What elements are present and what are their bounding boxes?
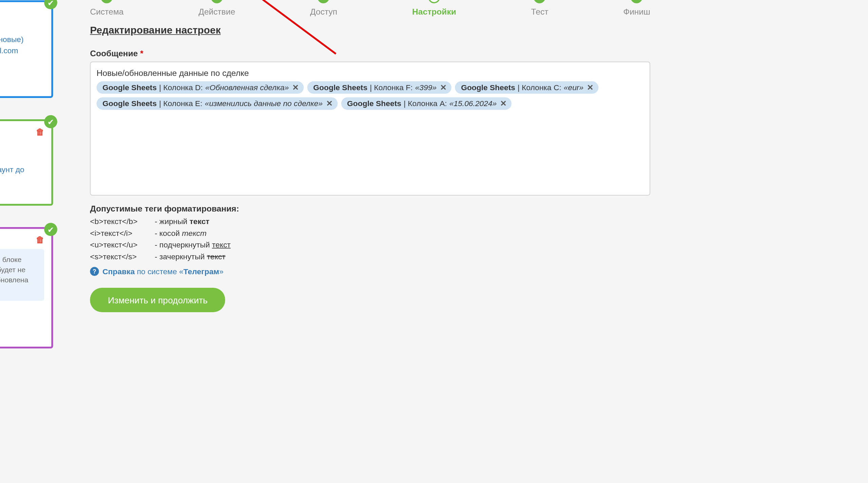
block-source: ✔ 1ИСТОЧНИК ДАННЫХ СистемаGoogle SheetsД…: [0, 0, 53, 98]
block-row: СистемаActiveCampaign: [0, 141, 44, 153]
block-row: Настройкиизменить настройки: [0, 56, 44, 67]
tag-row: <u>текст</u> - подчеркнутый текст: [90, 239, 650, 250]
delete-icon[interactable]: 🗑: [36, 127, 44, 137]
block-row: Настройкиизменить настройки: [0, 318, 44, 329]
block-row-link[interactable]: ActiveCampaign (аккаунт до: [0, 165, 24, 174]
block-row: Фильтризменить фильтр: [0, 67, 44, 79]
block-row: ДействиеЕсли: [0, 307, 44, 318]
connection-blocks-column: GOOGLE SHEETS -> (activecampaign, logic,…: [0, 0, 53, 370]
tags-heading: Допустимые теги форматирования:: [90, 204, 650, 213]
main-settings-panel: ✔Система✔Действие✔ДоступНастройки✔Тест✔Ф…: [53, 0, 681, 370]
block-logic: ✔ 3ЛОГИКА ЕСЛИ/ТО🗑 Данное условие сработ…: [0, 227, 53, 349]
variable-chip[interactable]: Google Sheets | Колонка D: «Обновленная …: [97, 81, 304, 94]
step-dot: [428, 0, 440, 3]
submit-button[interactable]: Изменить и продолжить: [90, 288, 225, 312]
step-Финиш[interactable]: ✔Финиш: [623, 0, 650, 16]
chip-remove-icon[interactable]: ✕: [440, 83, 447, 92]
step-Действие[interactable]: ✔Действие: [198, 0, 235, 16]
block-row: СистемаGoogle Sheets: [0, 22, 44, 34]
block-row-link[interactable]: Загрузить СТРОКИ (новые): [0, 35, 24, 44]
check-icon: ✔: [44, 115, 57, 128]
block-row: ДействиеЗагрузить СТРОКИ (новые): [0, 34, 44, 45]
message-text: Новые/обновленные данные по сделке: [97, 68, 644, 78]
block-row: Тестпроверить: [0, 329, 44, 341]
step-dot: ✔: [101, 0, 113, 3]
tag-row: <b>текст</b> - жирный текст: [90, 216, 650, 227]
step-Доступ[interactable]: ✔Доступ: [310, 0, 337, 16]
message-label: Сообщение *: [90, 48, 650, 58]
logic-info: Данное условие сработает, если в блоке П…: [0, 249, 44, 301]
steps: ✔Система✔Действие✔ДоступНастройки✔Тест✔Ф…: [90, 0, 650, 16]
step-Тест[interactable]: ✔Тест: [531, 0, 548, 16]
step-dot: ✔: [534, 0, 546, 3]
block-row: Тестпроверить: [0, 79, 44, 90]
variable-chip[interactable]: Google Sheets | Колонка A: «15.06.2024» …: [341, 97, 512, 110]
step-Система[interactable]: ✔Система: [90, 0, 123, 16]
block-row: Настройкиизменить настройки: [0, 175, 44, 186]
step-dot: ✔: [318, 0, 330, 3]
block-row-link[interactable]: maverickandrii@gmail.com: [0, 46, 18, 55]
variable-chip[interactable]: Google Sheets | Колонка F: «399» ✕: [307, 81, 451, 94]
page-subtitle: Редактирование настроек: [90, 25, 650, 37]
chip-remove-icon[interactable]: ✕: [587, 83, 593, 92]
step-Настройки[interactable]: Настройки: [412, 0, 456, 16]
check-icon: ✔: [44, 223, 57, 236]
block-row: ДействиеОбновить СДЕЛКУ: [0, 153, 44, 164]
message-box[interactable]: Новые/обновленные данные по сделке Googl…: [90, 62, 650, 196]
block-row: Доступmaverickandrii@gmail.com: [0, 45, 44, 56]
step-dot: ✔: [631, 0, 643, 3]
chip-remove-icon[interactable]: ✕: [326, 99, 333, 108]
tag-row: <i>текст</i> - косой текст: [90, 227, 650, 239]
chip-remove-icon[interactable]: ✕: [292, 83, 299, 92]
delete-icon[interactable]: 🗑: [36, 235, 44, 244]
block-destination: ✔ 2ПРИЕМ ДАННЫХ🗑 СистемаActiveCampaignДе…: [0, 119, 53, 206]
step-dot: ✔: [211, 0, 223, 3]
variable-chip[interactable]: Google Sheets | Колонка E: «изменились д…: [97, 97, 338, 110]
block-row: ДоступActiveCampaign (аккаунт до: [0, 164, 44, 175]
tag-row: <s>текст</s> - зачеркнутый текст: [90, 250, 650, 262]
variable-chip[interactable]: Google Sheets | Колонка C: «eur» ✕: [455, 81, 598, 94]
block-row: Тестпроверить: [0, 187, 44, 198]
help-link[interactable]: ? Справка по системе «Телеграм»: [90, 267, 650, 276]
chip-remove-icon[interactable]: ✕: [500, 99, 507, 108]
question-icon: ?: [90, 267, 99, 276]
